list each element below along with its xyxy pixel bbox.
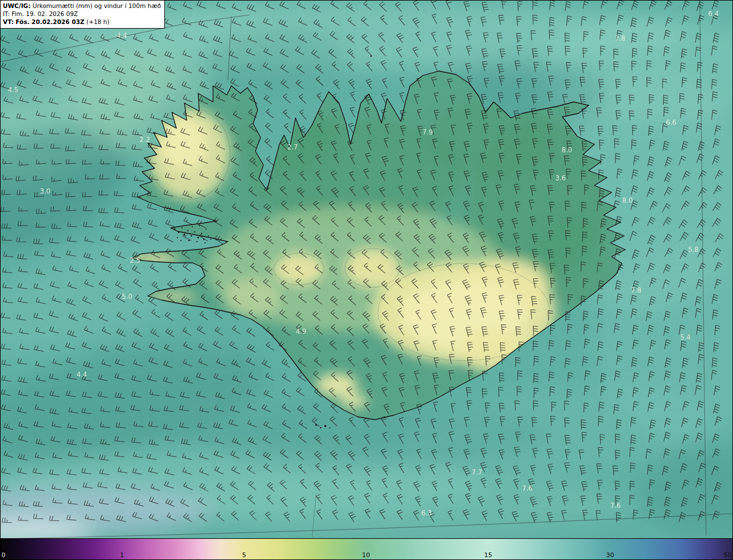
map-value-label: 4.9 xyxy=(296,328,306,336)
colorbar-tick: 30 xyxy=(606,551,614,559)
map-value-label: 7.8 xyxy=(615,34,625,42)
map-value-label: 8.0 xyxy=(562,146,572,154)
colorbar-tick: 15 xyxy=(484,551,492,559)
map-value-label: 8.0 xyxy=(622,196,633,204)
map-value-label: 4.5 xyxy=(8,86,18,94)
map-value-label: 7.6 xyxy=(610,502,621,510)
weather-map: 4.46.47.84.56.62.27.92.78.03.03.68.05.82… xyxy=(0,0,733,538)
init-time: Fim. 19. 02. 2026 09Z xyxy=(11,10,78,17)
map-value-label: 4.4 xyxy=(117,31,127,40)
map-value-label: 6.3 xyxy=(421,509,432,517)
colorbar-tick: 5 xyxy=(242,551,246,559)
init-time-line: IT: Fim. 19. 02. 2026 09Z xyxy=(3,10,161,18)
colorbar-tick: 10 xyxy=(362,551,370,559)
map-value-label: 5.4 xyxy=(680,333,691,341)
model-label: UWC/IG: xyxy=(3,2,30,9)
valid-label: VT: xyxy=(3,18,14,25)
map-value-label: 2.2 xyxy=(140,136,150,144)
colorbar-ticks: 01510153050 xyxy=(0,539,733,560)
map-title: Úrkomumætti (mm) og vindur í 100m hæð xyxy=(33,2,161,9)
map-value-label: 5.0 xyxy=(122,293,132,301)
colorbar: 01510153050 xyxy=(0,538,733,560)
map-value-label: 7.7 xyxy=(472,468,482,476)
title-line: UWC/IG: Úrkomumætti (mm) og vindur í 100… xyxy=(3,2,161,10)
colorbar-tick: 0 xyxy=(2,551,6,559)
map-value-label: 4.4 xyxy=(77,370,87,378)
colorbar-tick: 1 xyxy=(120,551,124,559)
colorbar-tick: 50 xyxy=(723,551,731,559)
valid-time: Fös. 20.02.2026 03Z xyxy=(15,18,84,25)
map-value-label: 5.8 xyxy=(688,246,699,254)
map-value-label: 3.0 xyxy=(40,187,50,195)
init-label: IT: xyxy=(3,10,10,17)
valid-time-line: VT: Fös. 20.02.2026 03Z (+18 h) xyxy=(3,18,161,26)
map-value-label: 6.6 xyxy=(666,119,676,127)
map-value-label: 6.4 xyxy=(708,10,719,18)
map-value-label: 3.6 xyxy=(555,174,566,182)
map-value-label: 7.9 xyxy=(423,128,433,136)
map-value-label: 7.6 xyxy=(522,484,533,492)
map-value-label: 2.5 xyxy=(130,257,140,265)
lead-time: (+18 h) xyxy=(86,18,109,25)
map-title-box: UWC/IG: Úrkomumætti (mm) og vindur í 100… xyxy=(0,0,165,29)
map-value-label: 7.8 xyxy=(631,286,641,294)
map-value-label: 2.7 xyxy=(287,143,298,151)
